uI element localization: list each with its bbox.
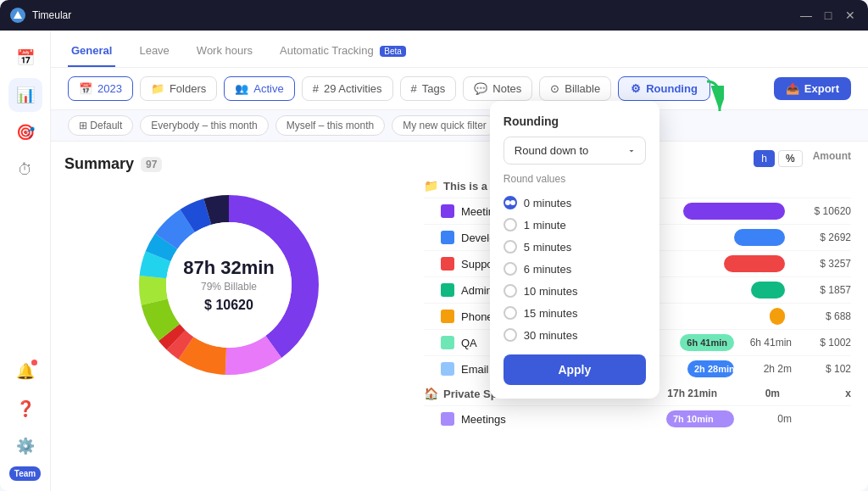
activities-filter-button[interactable]: # 29 Activities <box>302 76 393 101</box>
billable-icon: ⊙ <box>550 82 559 95</box>
email-time: 2h 2m <box>741 363 792 375</box>
rounding-icon: ⚙ <box>631 82 641 95</box>
radio-10-minutes-circle <box>504 284 517 298</box>
private-space-amount: x <box>792 388 851 399</box>
sidebar-team-label[interactable]: Team <box>9 466 41 481</box>
qa-bar: 6h 41min <box>680 334 734 351</box>
sidebar: 📅 📊 🎯 ⏱ 🔔 ❓ ⚙️ Team <box>0 31 51 491</box>
development-amount: $ 2692 <box>792 232 851 243</box>
admin-icon <box>441 283 454 297</box>
radio-5-minutes-circle <box>504 240 517 254</box>
app-title: Timeular <box>32 9 71 21</box>
filter-bar: 📅 2023 📁 Folders 👥 Active # 29 Activitie… <box>51 68 868 110</box>
notes-filter-button[interactable]: 💬 Notes <box>463 76 532 101</box>
quick-filter-my-new[interactable]: My new quick filter <box>392 115 498 136</box>
activity-label: QA <box>461 337 477 349</box>
hours-toggle-button[interactable]: h <box>754 150 775 167</box>
meetings-icon <box>441 204 454 218</box>
year-filter-button[interactable]: 📅 2023 <box>68 76 133 101</box>
radio-15-minutes[interactable]: 15 minutes <box>504 302 646 324</box>
activity-label: Meetings <box>461 413 506 426</box>
radio-6-minutes-circle <box>504 262 517 276</box>
apply-button[interactable]: Apply <box>504 354 646 385</box>
radio-6-minutes[interactable]: 6 minutes <box>504 258 646 280</box>
chart-panel: Summary 97 <box>51 142 407 491</box>
folders-filter-button[interactable]: 📁 Folders <box>140 76 217 101</box>
support-icon <box>441 257 454 271</box>
email-bar-pill: 2h 28min <box>687 360 734 377</box>
sidebar-item-bell[interactable]: 🔔 <box>8 354 42 388</box>
email-bar: 2h 28min <box>687 360 734 377</box>
folder-icon: 📁 <box>424 179 438 192</box>
phone-calls-icon <box>441 310 454 323</box>
radio-1-minute[interactable]: 1 minute <box>504 214 646 236</box>
round-down-select[interactable]: Round down to <box>504 137 646 165</box>
radio-0-minutes-circle <box>504 196 517 209</box>
round-values-label: Round values <box>504 173 646 185</box>
sidebar-item-help[interactable]: ❓ <box>8 392 42 426</box>
donut-total-time: 87h 32min <box>183 257 275 279</box>
radio-10-minutes[interactable]: 10 minutes <box>504 280 646 302</box>
folder-icon: 📁 <box>151 82 164 95</box>
users-icon: 👥 <box>235 82 248 95</box>
close-button[interactable]: ✕ <box>843 8 858 22</box>
email-amount: $ 102 <box>792 363 851 375</box>
hash-icon: # <box>313 82 319 95</box>
quick-filter-myself-month[interactable]: Myself – this month <box>275 115 385 136</box>
minimize-button[interactable]: — <box>798 8 814 22</box>
radio-1-minute-circle <box>504 218 517 232</box>
donut-billable-percent: 79% Billable <box>183 281 275 293</box>
qa-bar-pill: 6h 41min <box>680 334 734 351</box>
sidebar-item-target[interactable]: 🎯 <box>8 115 42 149</box>
activity-label: Email <box>461 363 489 376</box>
main-layout: 📅 📊 🎯 ⏱ 🔔 ❓ ⚙️ Team General Leave Work h… <box>0 31 868 491</box>
sidebar-item-settings[interactable]: ⚙️ <box>8 429 42 463</box>
admin-bar <box>751 282 785 299</box>
top-nav: General Leave Work hours Automatic Track… <box>51 31 868 68</box>
window-controls: — □ ✕ <box>798 8 858 22</box>
billable-filter-button[interactable]: ⊙ Billable <box>539 76 611 101</box>
title-bar-left: Timeular <box>10 8 71 23</box>
tab-work-hours[interactable]: Work hours <box>193 36 256 67</box>
maximize-button[interactable]: □ <box>821 8 836 22</box>
phone-calls-bar-pill <box>770 308 785 325</box>
tags-filter-button[interactable]: # Tags <box>400 76 457 101</box>
export-button[interactable]: 📤 Export <box>774 77 851 100</box>
private-space-time: 17h 21min <box>667 388 717 399</box>
tab-leave[interactable]: Leave <box>136 36 172 67</box>
donut-center-info: 87h 32min 79% Billable $ 10620 <box>183 257 275 313</box>
admin-amount: $ 1857 <box>792 284 851 296</box>
house-icon: 🏠 <box>424 387 438 400</box>
private-meetings-bar: 7h 10min <box>666 410 734 427</box>
tab-automatic-tracking[interactable]: Automatic Tracking Beta <box>276 36 409 67</box>
quick-filters: ⊞ Default Everybody – this month Myself … <box>51 110 868 142</box>
green-arrow-indicator <box>682 77 724 123</box>
quick-filter-everybody-month[interactable]: Everybody – this month <box>140 115 268 136</box>
support-bar-pill <box>724 255 785 272</box>
radio-0-minutes[interactable]: 0 minutes <box>504 192 646 214</box>
radio-5-minutes[interactable]: 5 minutes <box>504 236 646 258</box>
radio-30-minutes[interactable]: 30 minutes <box>504 324 646 346</box>
sidebar-item-timer[interactable]: ⏱ <box>8 153 42 187</box>
support-bar <box>724 255 785 272</box>
phone-calls-bar <box>770 308 785 325</box>
summary-title: Summary <box>64 155 134 173</box>
qa-icon <box>441 336 454 349</box>
tag-icon: # <box>411 82 417 95</box>
phone-calls-amount: $ 688 <box>792 310 851 322</box>
private-space-time2: 0m <box>729 388 780 399</box>
tab-general[interactable]: General <box>68 36 115 67</box>
quick-filter-default[interactable]: ⊞ Default <box>68 115 133 136</box>
active-filter-button[interactable]: 👥 Active <box>224 76 294 101</box>
radio-30-minutes-circle <box>504 328 517 342</box>
development-bar-pill <box>734 229 785 246</box>
development-icon <box>441 231 454 244</box>
qa-amount: $ 1002 <box>792 337 851 349</box>
sidebar-item-calendar[interactable]: 📅 <box>8 41 42 75</box>
sidebar-item-insights[interactable]: 📊 <box>8 78 42 112</box>
beta-badge: Beta <box>380 46 406 57</box>
activity-name-private-meetings: Meetings <box>441 412 666 426</box>
meetings-bar <box>683 203 785 220</box>
percent-toggle-button[interactable]: % <box>778 150 803 167</box>
table-row: Meetings 7h 10min 0m <box>424 405 851 432</box>
